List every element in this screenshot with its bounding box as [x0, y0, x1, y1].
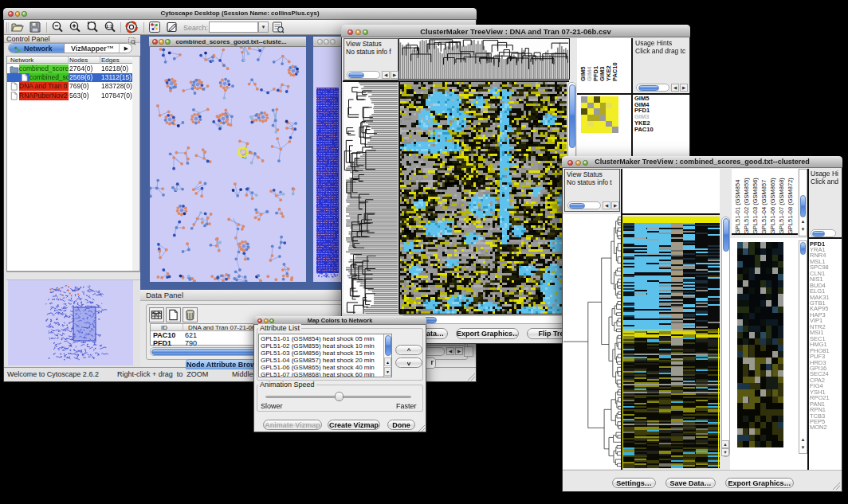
svg-text:1:1: 1:1	[106, 24, 112, 29]
